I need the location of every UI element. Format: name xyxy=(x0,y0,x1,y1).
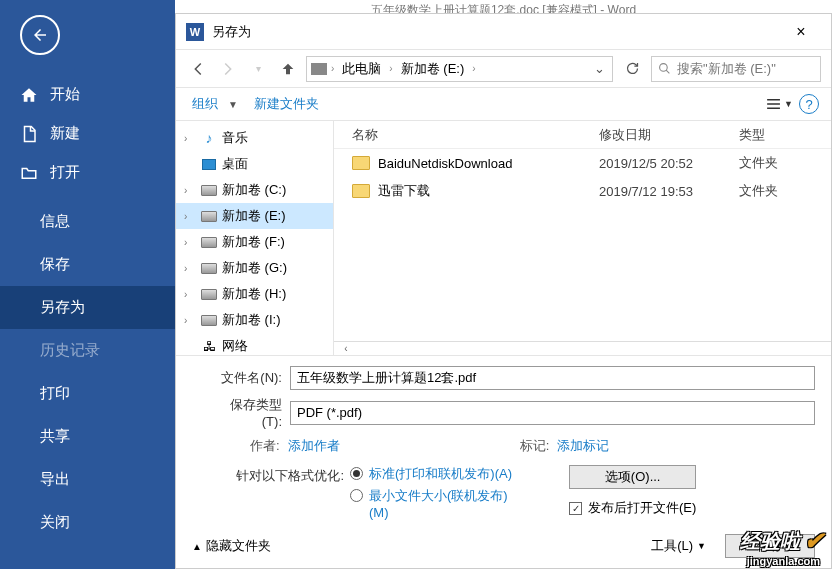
dialog-title: 另存为 xyxy=(212,23,781,41)
refresh-icon xyxy=(625,61,640,76)
tree-item-music[interactable]: ›♪音乐 xyxy=(176,125,333,151)
back-button[interactable] xyxy=(20,15,60,55)
filetype-select[interactable] xyxy=(290,401,815,425)
chevron-down-icon: ▼ xyxy=(697,541,706,551)
tag-label: 标记: xyxy=(520,437,550,455)
expand-icon[interactable]: › xyxy=(184,263,196,274)
sidebar-export[interactable]: 导出 xyxy=(0,458,175,501)
nav-back-button[interactable] xyxy=(186,57,210,81)
sidebar-save[interactable]: 保存 xyxy=(0,243,175,286)
horizontal-scrollbar[interactable]: ‹ xyxy=(334,341,831,355)
tree-item-desktop[interactable]: 桌面 xyxy=(176,151,333,177)
breadcrumb-sep-icon: › xyxy=(389,63,392,74)
sidebar-share[interactable]: 共享 xyxy=(0,415,175,458)
drive-icon xyxy=(201,237,217,248)
expand-icon[interactable]: › xyxy=(184,289,196,300)
expand-icon[interactable]: › xyxy=(184,315,196,326)
dialog-titlebar: W 另存为 × xyxy=(176,14,831,49)
header-name[interactable]: 名称 xyxy=(334,126,599,144)
sidebar-info[interactable]: 信息 xyxy=(0,200,175,243)
new-folder-button[interactable]: 新建文件夹 xyxy=(250,93,323,115)
nav-forward-button[interactable] xyxy=(216,57,240,81)
chevron-down-icon: ▼ xyxy=(784,99,793,109)
search-placeholder: 搜索"新加卷 (E:)" xyxy=(677,60,776,78)
word-app-icon: W xyxy=(186,23,204,41)
tree-item-drive-c[interactable]: ›新加卷 (C:) xyxy=(176,177,333,203)
sidebar-close[interactable]: 关闭 xyxy=(0,501,175,544)
author-label: 作者: xyxy=(250,437,280,455)
music-icon: ♪ xyxy=(200,131,218,145)
organize-button[interactable]: 组织 xyxy=(188,93,222,115)
chevron-down-icon: ▾ xyxy=(256,63,261,74)
sidebar-history[interactable]: 历史记录 xyxy=(0,329,175,372)
home-icon xyxy=(20,86,38,104)
breadcrumb-pc[interactable]: 此电脑 xyxy=(338,60,385,78)
search-input[interactable]: 搜索"新加卷 (E:)" xyxy=(651,56,821,82)
word-backstage-sidebar: 开始 新建 打开 信息 保存 另存为 历史记录 打印 共享 导出 关闭 xyxy=(0,0,175,569)
search-icon xyxy=(658,62,671,75)
filetype-label: 保存类型(T): xyxy=(216,396,282,429)
sidebar-home[interactable]: 开始 xyxy=(0,75,175,114)
help-button[interactable]: ? xyxy=(799,94,819,114)
add-tag-link[interactable]: 添加标记 xyxy=(557,437,609,455)
filename-input[interactable] xyxy=(290,366,815,390)
file-row[interactable]: 迅雷下载 2019/7/12 19:53 文件夹 xyxy=(334,177,831,205)
tree-item-drive-h[interactable]: ›新加卷 (H:) xyxy=(176,281,333,307)
desktop-icon xyxy=(202,159,216,170)
svg-point-0 xyxy=(660,64,668,72)
drive-icon xyxy=(201,289,217,300)
sidebar-label: 开始 xyxy=(50,85,80,104)
drive-icon xyxy=(201,263,217,274)
expand-icon[interactable]: › xyxy=(184,133,196,144)
sidebar-label: 新建 xyxy=(50,124,80,143)
dialog-form: 文件名(N): 保存类型(T): 作者: 添加作者 标记: 添加标记 针对以下格… xyxy=(176,355,831,528)
chevron-down-icon: ▼ xyxy=(228,99,238,110)
sidebar-new[interactable]: 新建 xyxy=(0,114,175,153)
nav-up-button[interactable] xyxy=(276,57,300,81)
dialog-close-button[interactable]: × xyxy=(781,23,821,41)
sidebar-open[interactable]: 打开 xyxy=(0,153,175,192)
refresh-button[interactable] xyxy=(619,56,645,82)
radio-minimum[interactable]: 最小文件大小(联机发布)(M) xyxy=(350,487,519,520)
radio-icon xyxy=(350,489,363,502)
chevron-up-icon: ▲ xyxy=(192,541,202,552)
radio-standard[interactable]: 标准(打印和联机发布)(A) xyxy=(350,465,519,483)
tree-item-network[interactable]: 🖧网络 xyxy=(176,333,333,355)
drive-icon xyxy=(201,315,217,326)
view-mode-button[interactable]: ▼ xyxy=(765,92,793,116)
nav-recent-button[interactable]: ▾ xyxy=(246,57,270,81)
expand-icon[interactable]: › xyxy=(184,211,196,222)
options-button[interactable]: 选项(O)... xyxy=(569,465,696,489)
dialog-toolbar: 组织 ▼ 新建文件夹 ▼ ? xyxy=(176,87,831,121)
scroll-left-icon[interactable]: ‹ xyxy=(338,343,354,354)
address-dropdown-icon[interactable]: ⌄ xyxy=(590,61,608,76)
breadcrumb-drive[interactable]: 新加卷 (E:) xyxy=(397,60,469,78)
tree-item-drive-g[interactable]: ›新加卷 (G:) xyxy=(176,255,333,281)
add-author-link[interactable]: 添加作者 xyxy=(288,437,340,455)
folder-icon xyxy=(352,156,370,170)
hide-folders-toggle[interactable]: ▲ 隐藏文件夹 xyxy=(192,537,271,555)
header-type[interactable]: 类型 xyxy=(739,126,831,144)
arrow-left-icon xyxy=(189,60,207,78)
sidebar-print[interactable]: 打印 xyxy=(0,372,175,415)
breadcrumb-sep-icon: › xyxy=(331,63,334,74)
tree-item-drive-e[interactable]: ›新加卷 (E:) xyxy=(176,203,333,229)
drive-icon xyxy=(201,211,217,222)
tree-item-drive-f[interactable]: ›新加卷 (F:) xyxy=(176,229,333,255)
tools-dropdown[interactable]: 工具(L) ▼ xyxy=(642,534,715,558)
tree-item-drive-i[interactable]: ›新加卷 (I:) xyxy=(176,307,333,333)
address-bar[interactable]: › 此电脑 › 新加卷 (E:) › ⌄ xyxy=(306,56,613,82)
file-list-area: 名称 修改日期 类型 BaiduNetdiskDownload 2019/12/… xyxy=(334,121,831,355)
expand-icon[interactable]: › xyxy=(184,237,196,248)
sidebar-saveas[interactable]: 另存为 xyxy=(0,286,175,329)
expand-icon[interactable]: › xyxy=(184,185,196,196)
network-icon: 🖧 xyxy=(200,339,218,353)
optimize-label: 针对以下格式优化: xyxy=(216,465,344,485)
open-after-checkbox[interactable]: ✓ 发布后打开文件(E) xyxy=(569,499,696,517)
header-date[interactable]: 修改日期 xyxy=(599,126,739,144)
arrow-right-icon xyxy=(219,60,237,78)
new-doc-icon xyxy=(20,125,38,143)
file-row[interactable]: BaiduNetdiskDownload 2019/12/5 20:52 文件夹 xyxy=(334,149,831,177)
filename-label: 文件名(N): xyxy=(216,369,282,387)
back-arrow-icon xyxy=(31,26,49,44)
